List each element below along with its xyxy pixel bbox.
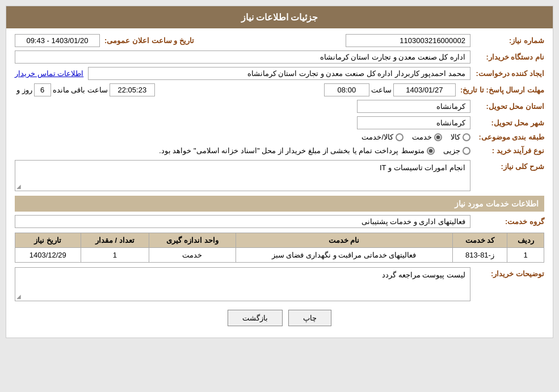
creator-row: ایجاد کننده درخواست: محمد احمدپور کاربرد… — [15, 67, 544, 80]
category-kala[interactable]: کالا — [451, 133, 470, 141]
buyer-org-value: اداره کل صنعت معدن و تجارت استان کرمانشا… — [15, 50, 470, 64]
deadline-label: مهلت ارسال پاسخ: تا تاریخ: — [456, 86, 544, 94]
category-kala-khedmat-label: کالا/خدمت — [362, 133, 393, 141]
process-options: جزیی متوسط — [401, 146, 470, 155]
deadline-date-value: 1403/01/27 — [393, 83, 456, 96]
print-button[interactable]: چاپ — [288, 310, 331, 326]
notes-row: توضیحات خریدار: لیست پیوست مراجعه گردد ◢ — [15, 267, 544, 301]
buyer-org-row: نام دستگاه خریدار: اداره کل صنعت معدن و … — [15, 50, 544, 64]
process-jozvi-label: جزیی — [443, 146, 460, 155]
deadline-remaining-label: ساعت باقی مانده — [51, 86, 110, 94]
radio-motevaset-icon — [427, 147, 435, 155]
process-jozvi[interactable]: جزیی — [443, 146, 470, 155]
resize-icon: ◢ — [16, 183, 21, 189]
announcement-date-value: 1403/01/20 - 09:43 — [15, 34, 100, 47]
description-value: انجام امورات تاسیسات و IT ◢ — [15, 160, 470, 191]
cell-quantity: 1 — [81, 248, 149, 263]
cell-name: فعالیتهای خدماتی مراقبت و نگهداری فضای س… — [236, 248, 452, 263]
process-text: پرداخت تمام یا بخشی از مبلغ خریدار از مح… — [15, 145, 401, 157]
col-header-row: ردیف — [507, 233, 544, 248]
category-khedmat-label: خدمت — [412, 133, 432, 141]
buyer-org-label: نام دستگاه خریدار: — [470, 53, 544, 61]
col-header-code: کد خدمت — [452, 233, 507, 248]
deadline-time-label: ساعت — [369, 86, 393, 94]
city-row: شهر محل تحویل: کرمانشاه — [15, 116, 544, 129]
category-label: طبقه بندی موضوعی: — [470, 133, 544, 141]
services-table-section: ردیف کد خدمت نام خدمت واحد اندازه گیری ت… — [15, 233, 544, 263]
cell-row: 1 — [507, 248, 544, 263]
contact-link[interactable]: اطلاعات تماس خریدار — [15, 69, 83, 78]
announcement-date-label: تاریخ و ساعت اعلان عمومی: — [100, 36, 197, 45]
service-group-label: گروه خدمت: — [470, 217, 544, 226]
category-khedmat[interactable]: خدمت — [412, 133, 442, 141]
table-row: 1 ز-81-813 فعالیتهای خدماتی مراقبت و نگه… — [15, 248, 544, 263]
creator-value: محمد احمدپور کاربردار اداره کل صنعت معدن… — [88, 67, 470, 80]
category-kala-khedmat[interactable]: کالا/خدمت — [362, 133, 404, 141]
category-options: کالا خدمت کالا/خدمت — [362, 133, 470, 141]
page-header: جزئیات اطلاعات نیاز — [6, 6, 553, 28]
notes-text: لیست پیوست مراجعه گردد — [382, 271, 465, 279]
content-area: شماره نیاز: 1103003216000002 تاریخ و ساع… — [6, 28, 553, 338]
notes-label: توضیحات خریدار: — [470, 267, 544, 278]
col-header-quantity: تعداد / مقدار — [81, 233, 149, 248]
creator-label: ایجاد کننده درخواست: — [470, 69, 544, 78]
radio-jozvi-icon — [463, 147, 470, 155]
deadline-days-label: روز و — [15, 86, 34, 94]
deadline-days-value: 6 — [34, 83, 51, 96]
deadline-row: مهلت ارسال پاسخ: تا تاریخ: 1403/01/27 سا… — [15, 83, 544, 96]
notes-value: لیست پیوست مراجعه گردد ◢ — [15, 267, 470, 301]
process-label: نوع فرآیند خرید : — [470, 146, 544, 155]
province-value: کرمانشاه — [357, 100, 470, 113]
service-group-value: فعالیتهای اداری و خدمات پشتیبانی — [15, 215, 470, 228]
cell-date: 1403/12/29 — [15, 248, 81, 263]
col-header-date: تاریخ نیاز — [15, 233, 81, 248]
category-row: طبقه بندی موضوعی: کالا خدمت کالا/خدمت — [15, 133, 544, 141]
process-row: نوع فرآیند خرید : جزیی متوسط پرداخت تمام… — [15, 145, 544, 157]
deadline-remaining-value: 22:05:23 — [110, 83, 155, 96]
province-row: استان محل تحویل: کرمانشاه — [15, 100, 544, 113]
cell-code: ز-81-813 — [452, 248, 507, 263]
resize-icon-notes: ◢ — [16, 293, 21, 300]
description-row: شرح کلی نیاز: انجام امورات تاسیسات و IT … — [15, 160, 544, 191]
city-label: شهر محل تحویل: — [470, 119, 544, 127]
cell-unit: خدمت — [149, 248, 236, 263]
services-section-header: اطلاعات خدمات مورد نیاز — [15, 196, 544, 212]
button-row: چاپ بازگشت — [15, 310, 544, 326]
process-motevaset-label: متوسط — [401, 146, 424, 155]
description-label: شرح کلی نیاز: — [470, 160, 544, 171]
services-table: ردیف کد خدمت نام خدمت واحد اندازه گیری ت… — [15, 233, 544, 263]
col-header-unit: واحد اندازه گیری — [149, 233, 236, 248]
col-header-name: نام خدمت — [236, 233, 452, 248]
need-number-value: 1103003216000002 — [346, 34, 470, 47]
need-number-row: شماره نیاز: 1103003216000002 تاریخ و ساع… — [15, 34, 544, 47]
radio-kala-icon — [463, 133, 470, 141]
city-value: کرمانشاه — [357, 116, 470, 129]
radio-kala-khedmat-icon — [396, 133, 404, 141]
need-number-label: شماره نیاز: — [470, 36, 544, 45]
province-label: استان محل تحویل: — [470, 102, 544, 111]
radio-khedmat-icon — [434, 133, 442, 141]
process-motevaset[interactable]: متوسط — [401, 146, 435, 155]
deadline-time-value: 08:00 — [324, 83, 369, 96]
back-button[interactable]: بازگشت — [228, 310, 283, 326]
page-title: جزئیات اطلاعات نیاز — [241, 12, 318, 22]
category-kala-label: کالا — [451, 133, 460, 141]
service-group-row: گروه خدمت: فعالیتهای اداری و خدمات پشتیب… — [15, 215, 544, 228]
description-text: انجام امورات تاسیسات و IT — [380, 163, 465, 172]
page-wrapper: جزئیات اطلاعات نیاز شماره نیاز: 11030032… — [6, 6, 553, 338]
